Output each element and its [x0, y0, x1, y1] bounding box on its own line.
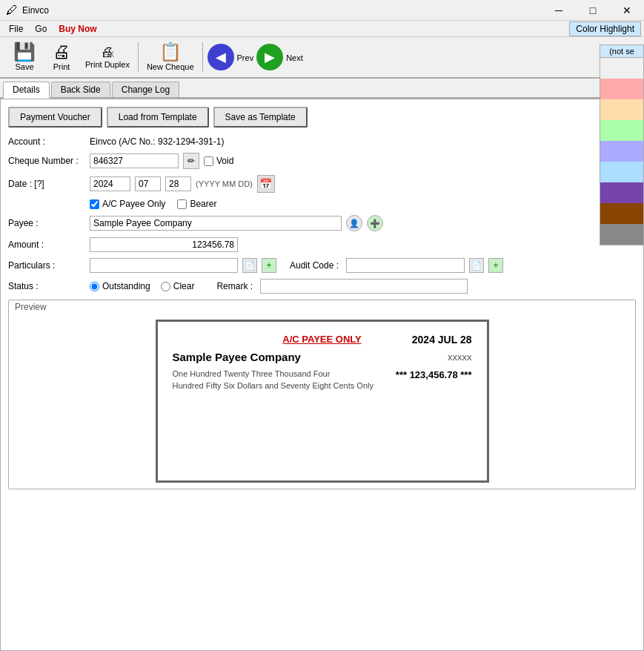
- cheque-xxxxx: xxxxx: [448, 351, 472, 363]
- save-button[interactable]: 💾 Save: [6, 41, 43, 73]
- ac-payee-label[interactable]: A/C Payee Only: [90, 199, 165, 209]
- button-row: Payment Voucher Load from Template Save …: [8, 107, 636, 128]
- bearer-label[interactable]: Bearer: [177, 199, 216, 209]
- menu-file[interactable]: File: [3, 22, 29, 36]
- remark-input[interactable]: [260, 279, 468, 294]
- void-checkbox-label[interactable]: Void: [204, 156, 233, 166]
- app-icon: 🖊: [6, 4, 18, 17]
- print-duplex-button[interactable]: 🖨DX Print Duplex: [80, 43, 135, 71]
- new-cheque-icon: 📋: [159, 43, 182, 61]
- particulars-label: Particulars :: [8, 260, 90, 271]
- tab-details[interactable]: Details: [3, 82, 50, 99]
- main-content: Details Back Side Change Log Payment Vou…: [0, 79, 644, 651]
- prev-button[interactable]: ◀: [208, 44, 234, 70]
- color-panel: (not se: [600, 44, 644, 245]
- next-label: Next: [286, 53, 303, 62]
- payment-voucher-button[interactable]: Payment Voucher: [8, 107, 102, 128]
- particulars-input[interactable]: [90, 258, 238, 273]
- audit-add-button[interactable]: +: [488, 258, 503, 273]
- load-template-button[interactable]: Load from Template: [107, 107, 209, 128]
- cheque-words-line2: Hundred Fifty Six Dollars and Seventy Ei…: [173, 381, 374, 390]
- audit-code-input[interactable]: [346, 258, 465, 273]
- toolbar-separator: [138, 42, 139, 72]
- audit-edit-button[interactable]: 📄: [469, 258, 484, 273]
- status-outstanding-label[interactable]: Outstanding: [90, 281, 150, 291]
- toolbar-separator-2: [202, 42, 203, 72]
- ac-payee-checkbox[interactable]: [90, 199, 99, 209]
- cheque-words-section: One Hundred Twenty Three Thousand Four H…: [173, 369, 374, 390]
- payee-add-button[interactable]: ➕: [367, 215, 383, 231]
- payee-search-button[interactable]: 👤: [346, 215, 362, 231]
- date-label: Date : [?]: [8, 179, 90, 189]
- color-swatch-brown[interactable]: [600, 203, 643, 224]
- particulars-field: 📄 + Audit Code : 📄 +: [90, 258, 636, 273]
- date-field: 2024 07 28 (YYYY MM DD) 📅: [90, 175, 636, 193]
- prev-label: Prev: [237, 53, 254, 62]
- particulars-edit-button[interactable]: 📄: [242, 258, 257, 273]
- next-button[interactable]: ▶: [256, 44, 283, 70]
- amount-field: 123456.78: [90, 237, 636, 252]
- color-swatch-none[interactable]: [600, 58, 643, 79]
- color-swatch-red[interactable]: [600, 79, 643, 99]
- cheque-number-label: Cheque Number :: [8, 156, 90, 166]
- cheque-payee-name: Sample Payee Company: [173, 351, 301, 363]
- date-year-input[interactable]: 2024: [90, 176, 130, 191]
- cheque-number-input[interactable]: 846327: [90, 153, 179, 168]
- particulars-add-button[interactable]: +: [262, 258, 276, 273]
- menu-buynow[interactable]: Buy Now: [53, 22, 102, 36]
- cheque-date: 2024 JUL 28: [412, 334, 472, 346]
- payee-input[interactable]: Sample Payee Company: [90, 216, 342, 231]
- tabs: Details Back Side Change Log: [0, 79, 644, 99]
- cheque-amount-section: One Hundred Twenty Three Thousand Four H…: [173, 369, 472, 390]
- maximize-button[interactable]: □: [576, 0, 610, 21]
- payee-row: Payee : Sample Payee Company 👤 ➕: [8, 215, 636, 231]
- window-controls: ─ □ ✕: [542, 0, 644, 21]
- print-icon: 🖨: [53, 43, 70, 61]
- date-day-input[interactable]: 28: [165, 176, 191, 191]
- date-format-label: (YYYY MM DD): [196, 179, 253, 188]
- audit-code-label: Audit Code :: [290, 260, 339, 271]
- menu-go[interactable]: Go: [29, 22, 53, 36]
- save-template-button[interactable]: Save as Template: [213, 107, 308, 128]
- close-button[interactable]: ✕: [610, 0, 644, 21]
- bearer-checkbox[interactable]: [177, 199, 187, 209]
- toolbar: 💾 Save 🖨 Print 🖨DX Print Duplex 📋 New Ch…: [0, 37, 644, 79]
- color-panel-title: (not se: [600, 45, 643, 58]
- payee-field: Sample Payee Company 👤 ➕: [90, 215, 636, 231]
- color-swatch-purple[interactable]: [600, 182, 643, 203]
- edit-cheque-number-button[interactable]: ✏: [183, 153, 199, 169]
- save-icon: 💾: [13, 43, 36, 61]
- cheque-amount-number: *** 123,456.78 ***: [396, 369, 472, 380]
- cheque-preview: A/C PAYEE ONLY 2024 JUL 28 Sample Payee …: [156, 320, 489, 483]
- calendar-button[interactable]: 📅: [257, 175, 275, 193]
- amount-row: Amount : 123456.78: [8, 237, 636, 252]
- color-swatch-orange[interactable]: [600, 99, 643, 120]
- account-value: Einvco (A/C No.: 932-1294-391-1): [90, 136, 636, 147]
- print-button[interactable]: 🖨 Print: [43, 41, 80, 73]
- checkbox-row: A/C Payee Only Bearer: [8, 199, 636, 209]
- status-outstanding-radio[interactable]: [90, 282, 99, 291]
- minimize-button[interactable]: ─: [542, 0, 576, 21]
- print-duplex-icon: 🖨DX: [101, 45, 114, 59]
- color-highlight-button[interactable]: Color Highlight: [569, 22, 641, 36]
- payee-label: Payee :: [8, 218, 90, 228]
- date-month-input[interactable]: 07: [135, 176, 161, 191]
- color-swatch-blue[interactable]: [600, 141, 643, 162]
- status-clear-radio[interactable]: [161, 282, 170, 291]
- status-field: Outstanding Clear Remark :: [90, 279, 636, 294]
- color-swatch-lightblue[interactable]: [600, 162, 643, 182]
- color-swatch-green[interactable]: [600, 120, 643, 141]
- account-row: Account : Einvco (A/C No.: 932-1294-391-…: [8, 136, 636, 147]
- preview-content: A/C PAYEE ONLY 2024 JUL 28 Sample Payee …: [9, 314, 635, 489]
- void-checkbox[interactable]: [204, 156, 213, 166]
- date-row: Date : [?] 2024 07 28 (YYYY MM DD) 📅: [8, 175, 636, 193]
- cheque-number-row: Cheque Number : 846327 ✏ Void: [8, 153, 636, 169]
- tab-backside[interactable]: Back Side: [51, 82, 110, 97]
- tab-changelog[interactable]: Change Log: [112, 82, 179, 97]
- status-clear-label[interactable]: Clear: [161, 281, 195, 291]
- amount-input[interactable]: 123456.78: [90, 237, 238, 252]
- status-row: Status : Outstanding Clear Remark :: [8, 279, 636, 294]
- new-cheque-button[interactable]: 📋 New Cheque: [142, 41, 199, 73]
- color-swatch-gray[interactable]: [600, 224, 643, 245]
- content-area: Payment Voucher Load from Template Save …: [0, 99, 644, 651]
